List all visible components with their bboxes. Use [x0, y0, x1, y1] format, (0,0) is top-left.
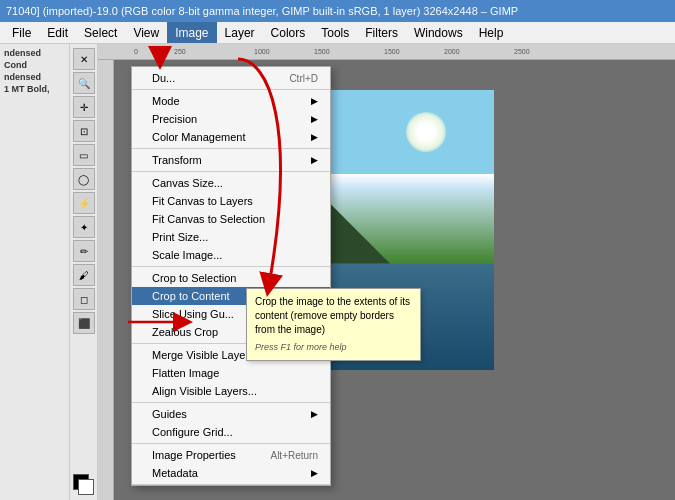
menu-item-fit-canvas-selection[interactable]: Fit Canvas to Selection — [132, 210, 330, 228]
canvas-area: 0 250 1000 1500 1500 2000 2500 — [98, 44, 675, 500]
left-panel: ndensed Cond ndensed 1 MT Bold, — [0, 44, 70, 500]
menu-item-print-size[interactable]: Print Size... — [132, 228, 330, 246]
tool-select-ellipse[interactable]: ◯ — [73, 168, 95, 190]
menu-tools[interactable]: Tools — [313, 22, 357, 43]
image-dropdown-menu: Du... Ctrl+D Mode ▶ Precision ▶ Color Ma… — [131, 66, 331, 486]
main-content: ndensed Cond ndensed 1 MT Bold, ✕ 🔍 ✛ ⊡ … — [0, 44, 675, 500]
menu-item-metadata[interactable]: Metadata ▶ — [132, 464, 330, 482]
menu-colors[interactable]: Colors — [263, 22, 314, 43]
panel-label-1: ndensed — [4, 48, 65, 58]
background-color[interactable] — [78, 479, 94, 495]
menu-bar: File Edit Select View Image Layer Colors… — [0, 22, 675, 44]
sun-element — [406, 112, 446, 152]
ruler-vertical — [98, 60, 114, 500]
menu-item-color-management[interactable]: Color Management ▶ — [132, 128, 330, 146]
submenu-arrow: ▶ — [311, 114, 318, 124]
item-shortcut: Ctrl+D — [289, 73, 318, 84]
tooltip-hint: Press F1 for more help — [255, 341, 412, 354]
title-bar: 71040] (imported)-19.0 (RGB color 8-bit … — [0, 0, 675, 22]
title-text: 71040] (imported)-19.0 (RGB color 8-bit … — [6, 5, 518, 17]
tool-eraser[interactable]: ◻ — [73, 288, 95, 310]
submenu-arrow: ▶ — [311, 468, 318, 478]
tool-pointer[interactable]: ✕ — [73, 48, 95, 70]
submenu-arrow: ▶ — [311, 132, 318, 142]
tooltip-text: Crop the image to the extents of its con… — [255, 295, 412, 337]
menu-item-duplicate[interactable]: Du... Ctrl+D — [132, 69, 330, 87]
menu-file[interactable]: File — [4, 22, 39, 43]
tool-select-rect[interactable]: ▭ — [73, 144, 95, 166]
submenu-arrow: ▶ — [311, 96, 318, 106]
menu-item-transform[interactable]: Transform ▶ — [132, 151, 330, 169]
toolbar: ✕ 🔍 ✛ ⊡ ▭ ◯ ⚡ ✦ ✏ 🖌 ◻ ⬛ — [70, 44, 98, 500]
submenu-arrow: ▶ — [311, 155, 318, 165]
menu-item-precision[interactable]: Precision ▶ — [132, 110, 330, 128]
ruler-horizontal: 0 250 1000 1500 1500 2000 2500 — [98, 44, 675, 60]
panel-label-2: Cond — [4, 60, 65, 70]
menu-item-fit-canvas-layers[interactable]: Fit Canvas to Layers — [132, 192, 330, 210]
menu-section-1: Du... Ctrl+D — [132, 67, 330, 90]
menu-filters[interactable]: Filters — [357, 22, 406, 43]
menu-windows[interactable]: Windows — [406, 22, 471, 43]
menu-item-scale-image[interactable]: Scale Image... — [132, 246, 330, 264]
menu-section-7: Guides ▶ Configure Grid... — [132, 403, 330, 444]
menu-image[interactable]: Image — [167, 22, 216, 43]
tool-bucket[interactable]: ⬛ — [73, 312, 95, 334]
item-shortcut: Alt+Return — [270, 450, 318, 461]
tool-zoom[interactable]: 🔍 — [73, 72, 95, 94]
menu-item-align-visible[interactable]: Align Visible Layers... — [132, 382, 330, 400]
menu-view[interactable]: View — [125, 22, 167, 43]
menu-layer[interactable]: Layer — [217, 22, 263, 43]
tool-move[interactable]: ✛ — [73, 96, 95, 118]
tooltip-popup: Crop the image to the extents of its con… — [246, 288, 421, 361]
menu-item-canvas-size[interactable]: Canvas Size... — [132, 174, 330, 192]
menu-help[interactable]: Help — [471, 22, 512, 43]
tool-fuzzy-select[interactable]: ✦ — [73, 216, 95, 238]
menu-section-3: Transform ▶ — [132, 149, 330, 172]
menu-item-guides[interactable]: Guides ▶ — [132, 405, 330, 423]
tool-free-select[interactable]: ⚡ — [73, 192, 95, 214]
menu-item-image-properties[interactable]: Image Properties Alt+Return — [132, 446, 330, 464]
menu-item-crop-to-selection[interactable]: Crop to Selection — [132, 269, 330, 287]
menu-item-configure-grid[interactable]: Configure Grid... — [132, 423, 330, 441]
menu-item-flatten-image[interactable]: Flatten Image — [132, 364, 330, 382]
tool-crop[interactable]: ⊡ — [73, 120, 95, 142]
menu-item-mode[interactable]: Mode ▶ — [132, 92, 330, 110]
panel-label-3: ndensed — [4, 72, 65, 82]
menu-section-2: Mode ▶ Precision ▶ Color Management ▶ — [132, 90, 330, 149]
tool-brush[interactable]: 🖌 — [73, 264, 95, 286]
panel-label-4: 1 MT Bold, — [4, 84, 65, 94]
item-label: Du... — [152, 72, 175, 84]
menu-edit[interactable]: Edit — [39, 22, 76, 43]
menu-section-4: Canvas Size... Fit Canvas to Layers Fit … — [132, 172, 330, 267]
menu-select[interactable]: Select — [76, 22, 125, 43]
tool-pencil[interactable]: ✏ — [73, 240, 95, 262]
menu-section-8: Image Properties Alt+Return Metadata ▶ — [132, 444, 330, 485]
submenu-arrow: ▶ — [311, 409, 318, 419]
